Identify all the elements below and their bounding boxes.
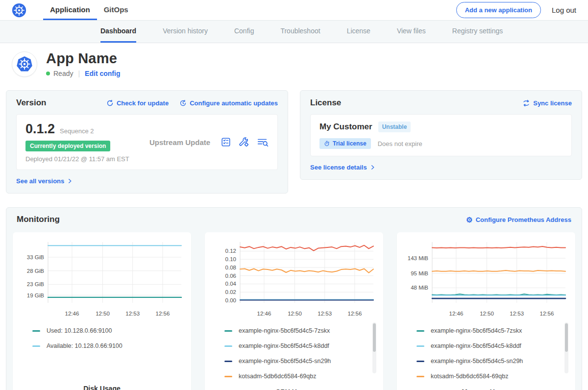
version-number: 0.1.2 bbox=[25, 122, 55, 137]
svg-text:12:53: 12:53 bbox=[510, 311, 524, 317]
deployed-badge: Currently deployed version bbox=[25, 141, 110, 151]
svg-text:12:50: 12:50 bbox=[480, 311, 494, 317]
legend-item: kotsadm-5db6dc6584-69qbz bbox=[416, 373, 562, 380]
legend-item: example-nginx-5bc6f5d4c5-7zskx bbox=[416, 327, 562, 334]
svg-text:0.10: 0.10 bbox=[225, 256, 236, 262]
legend-item: example-nginx-5bc6f5d4c5-sn29h bbox=[416, 358, 562, 365]
subnav-tab-troubleshoot[interactable]: Troubleshoot bbox=[280, 21, 320, 43]
monitoring-section: Monitoring ⚙ Configure Prometheus Addres… bbox=[6, 207, 582, 390]
view-files-search-icon[interactable] bbox=[257, 137, 269, 147]
preflight-checks-icon[interactable] bbox=[220, 137, 231, 147]
top-tab-gitops[interactable]: GitOps bbox=[97, 0, 135, 20]
license-type-badge: Trial license bbox=[319, 138, 371, 149]
svg-text:0.02: 0.02 bbox=[225, 289, 236, 295]
legend-scrollbar[interactable] bbox=[564, 322, 568, 373]
app-header: App Name Ready | Edit config bbox=[0, 43, 588, 86]
app-icon bbox=[12, 51, 37, 77]
chevron-right-icon bbox=[370, 165, 375, 170]
svg-text:95 MiB: 95 MiB bbox=[411, 270, 428, 276]
page-title: App Name bbox=[46, 50, 120, 67]
legend-label: kotsadm-5db6dc6584-69qbz bbox=[431, 373, 508, 380]
version-sequence: Sequence 2 bbox=[60, 127, 94, 135]
legend-swatch bbox=[224, 361, 232, 362]
legend-scrollbar[interactable] bbox=[372, 322, 376, 373]
deployed-timestamp: Deployed 01/21/22 @ 11:57 am EST bbox=[25, 155, 139, 163]
svg-text:19 GiB: 19 GiB bbox=[27, 292, 44, 298]
status-text: Ready bbox=[53, 70, 73, 77]
svg-text:28 GiB: 28 GiB bbox=[27, 268, 44, 274]
disk-usage-chart-card: 12:4612:5012:5312:5633 GiB28 GiB23 GiB19… bbox=[13, 232, 191, 390]
legend-scrollbar-thumb[interactable] bbox=[565, 323, 568, 352]
subnav-tab-registry-settings[interactable]: Registry settings bbox=[452, 21, 503, 43]
svg-text:0.06: 0.06 bbox=[225, 273, 236, 279]
svg-text:12:53: 12:53 bbox=[125, 311, 140, 317]
version-card: Version Check for update bbox=[6, 90, 288, 194]
legend-label: example-nginx-5bc6f5d4c5-7zskx bbox=[239, 327, 330, 334]
refresh-icon bbox=[106, 99, 114, 107]
svg-text:12:56: 12:56 bbox=[540, 311, 554, 317]
legend-swatch bbox=[32, 345, 40, 347]
check-for-update-link[interactable]: Check for update bbox=[106, 99, 169, 107]
svg-text:12:50: 12:50 bbox=[288, 311, 302, 317]
configure-automatic-updates-link[interactable]: Configure automatic updates bbox=[179, 99, 278, 107]
svg-text:12:46: 12:46 bbox=[65, 311, 79, 317]
svg-text:12:46: 12:46 bbox=[257, 311, 271, 317]
legend-swatch bbox=[224, 330, 232, 332]
configure-prometheus-link[interactable]: ⚙ Configure Prometheus Address bbox=[466, 216, 571, 223]
legend-item: Available: 10.128.0.66:9100 bbox=[32, 342, 177, 349]
cpu-usage-plot: 12:4612:5012:5312:560.120.100.080.060.04… bbox=[210, 237, 378, 321]
stopwatch-icon bbox=[324, 141, 330, 146]
top-tab-application[interactable]: Application bbox=[43, 0, 97, 20]
legend-item: example-nginx-5bc6f5d4c5-k8ddf bbox=[416, 342, 562, 349]
memory-usage-legend: example-nginx-5bc6f5d4c5-7zskxexample-ng… bbox=[402, 321, 570, 388]
chart-title: Disk Usage bbox=[18, 385, 186, 390]
gear-icon: ⚙ bbox=[466, 216, 472, 223]
license-detail-card: My Customer Unstable Trial license Does … bbox=[310, 114, 572, 156]
legend-label: example-nginx-5bc6f5d4c5-k8ddf bbox=[431, 342, 521, 349]
current-version-card: 0.1.2 Sequence 2 Currently deployed vers… bbox=[16, 114, 278, 170]
legend-item: example-nginx-5bc6f5d4c5-7zskx bbox=[224, 327, 369, 334]
legend-scrollbar-thumb[interactable] bbox=[373, 323, 376, 352]
edit-config-link[interactable]: Edit config bbox=[85, 70, 120, 77]
subnav-tab-config[interactable]: Config bbox=[234, 21, 254, 43]
subnav-tab-view-files[interactable]: View files bbox=[397, 21, 426, 43]
cpu-usage-chart-card: 12:4612:5012:5312:560.120.100.080.060.04… bbox=[205, 232, 383, 390]
legend-swatch bbox=[416, 361, 424, 362]
license-card: License Sync license My Customer Unstabl… bbox=[300, 90, 582, 180]
subnav-tab-version-history[interactable]: Version history bbox=[163, 21, 208, 43]
svg-text:33 GiB: 33 GiB bbox=[27, 254, 44, 260]
legend-swatch bbox=[416, 376, 424, 377]
legend-item: example-nginx-5bc6f5d4c5-k8ddf bbox=[224, 342, 369, 349]
legend-swatch bbox=[224, 376, 232, 377]
logout-link[interactable]: Log out bbox=[552, 6, 576, 14]
config-wrench-icon[interactable] bbox=[239, 137, 249, 147]
svg-text:143 MiB: 143 MiB bbox=[408, 255, 429, 261]
divider: | bbox=[78, 70, 80, 77]
memory-usage-chart-card: 12:4612:5012:5312:56143 MiB95 MiB48 MiB … bbox=[397, 232, 575, 390]
customer-name: My Customer bbox=[319, 122, 372, 132]
svg-text:0.04: 0.04 bbox=[225, 281, 237, 287]
version-card-title: Version bbox=[16, 98, 46, 108]
legend-swatch bbox=[224, 345, 232, 347]
legend-label: Used: 10.128.0.66:9100 bbox=[47, 327, 112, 334]
svg-text:23 GiB: 23 GiB bbox=[27, 281, 44, 287]
legend-swatch bbox=[416, 345, 424, 347]
channel-badge: Unstable bbox=[378, 122, 411, 132]
svg-text:0.00: 0.00 bbox=[225, 297, 236, 303]
chart-title: Memory Usage bbox=[402, 388, 570, 390]
top-nav: Application GitOps Add a new application… bbox=[0, 0, 588, 21]
legend-swatch bbox=[416, 330, 424, 332]
disk-usage-legend: Used: 10.128.0.66:9100Available: 10.128.… bbox=[18, 321, 186, 385]
subnav-tab-dashboard[interactable]: Dashboard bbox=[100, 21, 136, 43]
add-application-button[interactable]: Add a new application bbox=[456, 2, 541, 18]
subnav-tab-license[interactable]: License bbox=[347, 21, 370, 43]
legend-label: kotsadm-5db6dc6584-69qbz bbox=[239, 373, 316, 380]
legend-item: kotsadm-5db6dc6584-69qbz bbox=[224, 373, 369, 380]
kubernetes-logo bbox=[12, 0, 26, 20]
legend-label: example-nginx-5bc6f5d4c5-k8ddf bbox=[239, 342, 329, 349]
see-all-versions-link[interactable]: See all versions bbox=[16, 177, 73, 185]
sync-license-link[interactable]: Sync license bbox=[522, 99, 572, 107]
svg-text:12:50: 12:50 bbox=[96, 311, 110, 317]
see-license-details-link[interactable]: See license details bbox=[310, 164, 375, 171]
legend-label: example-nginx-5bc6f5d4c5-7zskx bbox=[431, 327, 522, 334]
